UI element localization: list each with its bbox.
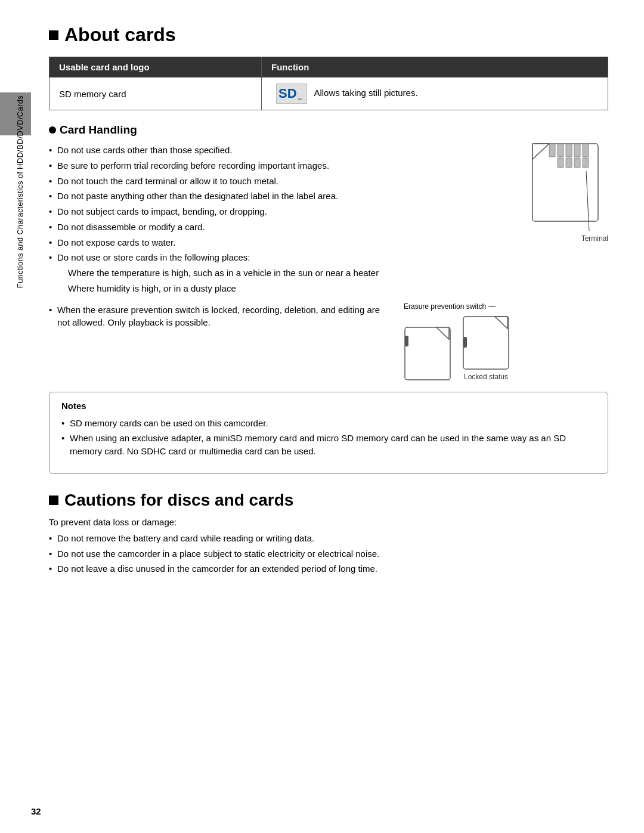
card-name-cell: SD memory card	[49, 78, 262, 110]
caution-item-2: Do not use the camcorder in a place subj…	[49, 546, 608, 562]
col-usable-card-logo: Usable card and logo	[49, 57, 262, 78]
svg-rect-7	[463, 317, 509, 369]
locked-card: Locked status	[462, 315, 510, 381]
erasure-list-item: When the erasure prevention switch is lo…	[49, 302, 392, 331]
page-container: Functions and Characteristics of HDD/BD/…	[0, 0, 644, 833]
bullet-circle-icon	[49, 126, 56, 134]
svg-rect-18	[566, 158, 572, 168]
svg-rect-20	[583, 158, 589, 168]
about-cards-title: About cards	[49, 24, 608, 46]
svg-rect-12	[549, 144, 555, 157]
page-number: 32	[31, 806, 41, 816]
notes-list-item-1: SD memory cards can be used on this camc…	[61, 416, 596, 431]
erasure-images-section: Erasure prevention switch —	[404, 302, 510, 381]
erasure-card-wrapper: Erasure prevention switch —	[404, 302, 510, 381]
col-function: Function	[262, 57, 608, 78]
list-item: Do not expose cards to water.	[49, 235, 510, 250]
terminal-card-svg	[527, 143, 604, 232]
locked-card-svg	[462, 315, 510, 370]
card-handling-text: Do not use cards other than those specif…	[49, 143, 510, 381]
svg-rect-14	[566, 144, 572, 157]
list-item: Do not use cards other than those specif…	[49, 143, 510, 158]
list-item: Do not use or store cards in the followi…	[49, 250, 510, 265]
sidebar-text: Functions and Characteristics of HDD/BD/…	[16, 95, 24, 288]
card-handling-layout: Do not use cards other than those specif…	[49, 143, 608, 381]
list-item: Do not disassemble or modify a card.	[49, 219, 510, 235]
svg-text:SD: SD	[278, 86, 297, 101]
list-item: Do not paste anything other than the des…	[49, 188, 510, 204]
cautions-icon	[49, 496, 58, 505]
list-item: Do not touch the card terminal or allow …	[49, 174, 510, 189]
function-cell: SD ™ Allows taking still pictures.	[262, 78, 608, 110]
cautions-intro: To prevent data loss or damage:	[49, 517, 608, 527]
erasure-layout: When the erasure prevention switch is lo…	[49, 302, 510, 381]
lock-cards-row: Locked status	[404, 315, 510, 381]
notes-list: SD memory cards can be used on this camc…	[61, 416, 596, 459]
unlocked-card-svg	[404, 326, 451, 381]
list-item: Be sure to perform trial recording befor…	[49, 158, 510, 174]
notes-list-item-2: When using an exclusive adapter, a miniS…	[61, 431, 596, 459]
table-row: SD memory card SD ™ Allows taking still	[49, 78, 608, 110]
arrow-icon: —	[488, 302, 496, 311]
list-item: Do not subject cards to impact, bending,…	[49, 204, 510, 219]
erasure-bullet-list: When the erasure prevention switch is lo…	[49, 302, 392, 331]
svg-text:™: ™	[298, 98, 302, 102]
caution-item-1: Do not remove the battery and card while…	[49, 531, 608, 546]
cautions-bullets: Do not remove the battery and card while…	[49, 531, 608, 577]
locked-status-label: Locked status	[464, 373, 508, 381]
list-item-sub: Where humidity is high, or in a dusty pl…	[49, 281, 510, 296]
svg-rect-17	[558, 158, 564, 168]
caution-item-3: Do not leave a disc unused in the camcor…	[49, 561, 608, 577]
svg-rect-9	[463, 337, 467, 348]
card-table: Usable card and logo Function SD memory …	[49, 57, 608, 110]
erasure-label-row: Erasure prevention switch —	[404, 302, 496, 311]
unlocked-card	[404, 326, 451, 381]
notes-title: Notes	[61, 401, 596, 411]
svg-rect-15	[574, 144, 580, 157]
card-handling-image: Terminal	[522, 143, 608, 381]
svg-rect-16	[583, 144, 589, 157]
sd-logo-icon: SD ™	[276, 83, 307, 104]
terminal-label: Terminal	[522, 234, 608, 243]
svg-rect-6	[405, 336, 408, 346]
notes-box: Notes SD memory cards can be used on thi…	[49, 392, 608, 474]
svg-rect-4	[405, 327, 450, 380]
card-handling-title: Card Handling	[49, 123, 608, 137]
table-header-row: Usable card and logo Function	[49, 57, 608, 78]
sidebar: Functions and Characteristics of HDD/BD/…	[0, 0, 31, 833]
section-icon	[49, 30, 58, 40]
svg-rect-13	[558, 144, 564, 157]
main-content: About cards Usable card and logo Functio…	[31, 0, 644, 833]
list-item-sub: Where the temperature is high, such as i…	[49, 265, 510, 281]
cautions-title: Cautions for discs and cards	[49, 491, 608, 510]
svg-rect-19	[574, 158, 580, 168]
card-handling-bullets: Do not use cards other than those specif…	[49, 143, 510, 296]
